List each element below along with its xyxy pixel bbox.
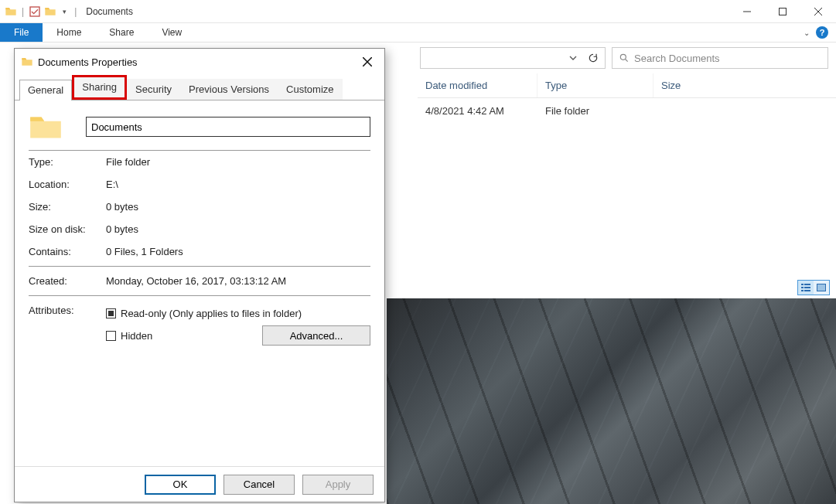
- dialog-footer: OK Cancel Apply: [15, 466, 384, 502]
- properties-dialog: Documents Properties General Sharing Sec…: [14, 48, 385, 502]
- folder-icon: [44, 5, 56, 18]
- search-icon: [619, 53, 630, 63]
- address-dropdown-icon[interactable]: [565, 49, 582, 66]
- minimize-button[interactable]: [729, 0, 765, 23]
- titlebar-left: | ▾ | Documents: [0, 5, 133, 18]
- ok-button[interactable]: OK: [145, 475, 216, 495]
- label-attributes: Attributes:: [29, 305, 106, 316]
- svg-point-2: [620, 54, 626, 60]
- column-headers: Date modified Type Size: [418, 73, 836, 98]
- attributes-group: Read-only (Only applies to files in fold…: [106, 305, 370, 349]
- svg-rect-4: [804, 284, 810, 285]
- ribbon-tab-share[interactable]: Share: [95, 23, 148, 42]
- ribbon-tab-view[interactable]: View: [148, 23, 196, 42]
- dialog-titlebar: Documents Properties: [15, 49, 384, 75]
- address-box[interactable]: [420, 47, 606, 69]
- view-details-icon[interactable]: [798, 281, 814, 295]
- label-hidden: Hidden: [121, 330, 152, 342]
- checkbox-hidden[interactable]: [106, 331, 116, 341]
- svg-rect-10: [817, 284, 825, 291]
- list-item[interactable]: 4/8/2021 4:42 AM File folder: [418, 98, 836, 123]
- ribbon-tab-home[interactable]: Home: [43, 23, 95, 42]
- folder-name-input[interactable]: [86, 117, 370, 137]
- label-created: Created:: [29, 275, 106, 287]
- view-controls: [797, 280, 830, 295]
- ribbon-collapse-icon[interactable]: ⌄: [804, 29, 810, 37]
- ribbon-right: ⌄ ?: [804, 23, 836, 42]
- cancel-button[interactable]: Cancel: [224, 475, 295, 495]
- ribbon: File Home Share View ⌄ ?: [0, 23, 836, 43]
- separator: [29, 266, 370, 267]
- desktop-background: [387, 298, 836, 504]
- label-readonly: Read-only (Only applies to files in fold…: [121, 308, 302, 319]
- dialog-title: Documents Properties: [33, 56, 138, 68]
- search-placeholder: Search Documents: [634, 53, 720, 64]
- window-titlebar: | ▾ | Documents: [0, 0, 836, 23]
- column-size[interactable]: Size: [653, 73, 746, 97]
- svg-rect-0: [30, 7, 39, 16]
- value-size-on-disk: 0 bytes: [106, 223, 370, 235]
- label-size: Size:: [29, 201, 106, 213]
- tab-previous-versions[interactable]: Previous Versions: [180, 79, 278, 100]
- tab-security[interactable]: Security: [127, 79, 180, 100]
- refresh-icon[interactable]: [585, 49, 602, 66]
- label-size-on-disk: Size on disk:: [29, 223, 106, 235]
- value-created: Monday, October 16, 2017, 03:13:12 AM: [106, 275, 370, 287]
- svg-rect-6: [804, 287, 810, 288]
- svg-rect-5: [801, 287, 804, 288]
- svg-rect-7: [801, 290, 804, 291]
- value-type: File folder: [106, 156, 370, 168]
- folder-large-icon: [29, 113, 63, 141]
- window-title: Documents: [81, 6, 133, 17]
- cell-date: 4/8/2021 4:42 AM: [418, 105, 537, 117]
- advanced-button[interactable]: Advanced...: [262, 325, 370, 346]
- svg-rect-1: [780, 8, 787, 15]
- dialog-tabs: General Sharing Security Previous Versio…: [15, 75, 384, 100]
- tab-customize[interactable]: Customize: [278, 79, 342, 100]
- column-type[interactable]: Type: [537, 73, 653, 97]
- view-thumbnails-icon[interactable]: [814, 281, 829, 295]
- window-controls: [729, 0, 836, 23]
- value-size: 0 bytes: [106, 201, 370, 213]
- tab-sharing[interactable]: Sharing: [72, 75, 127, 100]
- separator: |: [20, 6, 26, 17]
- separator: |: [73, 6, 78, 17]
- close-button[interactable]: [800, 0, 836, 23]
- folder-icon: [5, 5, 17, 18]
- cell-type: File folder: [537, 105, 653, 117]
- svg-rect-8: [804, 290, 810, 291]
- tab-general[interactable]: General: [19, 80, 72, 100]
- search-box[interactable]: Search Documents: [612, 47, 828, 69]
- separator: [29, 295, 370, 296]
- folder-header: [29, 108, 370, 151]
- label-type: Type:: [29, 156, 106, 168]
- label-contains: Contains:: [29, 246, 106, 257]
- maximize-button[interactable]: [765, 0, 800, 23]
- qat-dropdown-icon[interactable]: ▾: [60, 8, 70, 15]
- folder-icon: [21, 56, 33, 68]
- value-location: E:\: [106, 179, 370, 190]
- column-date-modified[interactable]: Date modified: [418, 73, 537, 97]
- apply-button[interactable]: Apply: [302, 475, 374, 495]
- svg-rect-3: [801, 284, 804, 285]
- help-icon[interactable]: ?: [816, 26, 828, 39]
- dialog-close-button[interactable]: [357, 51, 378, 73]
- value-contains: 0 Files, 1 Folders: [106, 246, 370, 257]
- dialog-body: Type:File folder Location:E:\ Size:0 byt…: [15, 100, 384, 466]
- ribbon-file-tab[interactable]: File: [0, 23, 43, 42]
- checkbox-readonly[interactable]: [106, 308, 116, 318]
- checkbox-icon[interactable]: [29, 5, 41, 18]
- label-location: Location:: [29, 179, 106, 190]
